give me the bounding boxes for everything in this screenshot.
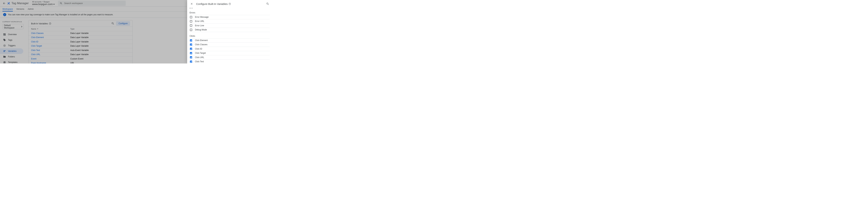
checkbox-label: Click Element [195, 39, 208, 42]
workspace-switcher[interactable]: www.bopgun.com [32, 3, 54, 6]
checkbox-label: Click ID [195, 48, 202, 50]
checkbox[interactable] [190, 52, 192, 54]
drawer-search-button[interactable] [266, 2, 270, 6]
close-icon [190, 2, 193, 5]
table-row[interactable]: Click TextAuto-Event Variable [29, 48, 132, 52]
checkbox-row[interactable]: Error Line [190, 24, 270, 28]
card-header: Built-In Variables Configure [29, 20, 132, 27]
folder-icon [3, 55, 6, 58]
checkbox-row[interactable]: Error Message [190, 15, 270, 19]
checkbox-row[interactable]: Click Text [190, 60, 270, 64]
dashboard-icon [3, 33, 6, 36]
checkbox-row[interactable]: Click URL [190, 55, 270, 60]
variable-type: Auto-Event Variable [70, 49, 130, 51]
sort-up-icon [37, 28, 38, 30]
variable-link[interactable]: Click Target [31, 45, 42, 47]
checkbox-label: Click Classes [195, 43, 208, 46]
checkbox-row[interactable]: Click Target [190, 51, 270, 55]
search-icon [60, 2, 62, 5]
configure-button[interactable]: Configure [116, 21, 130, 26]
svg-point-2 [9, 4, 10, 4]
table-row[interactable]: Page HostnameURL [29, 61, 132, 64]
variable-link[interactable]: Event [31, 58, 36, 60]
table-row[interactable]: Click TargetData Layer Variable [29, 44, 132, 48]
variable-type: Data Layer Variable [70, 53, 130, 56]
table-header: Name Type [29, 27, 132, 31]
table-row[interactable]: EventCustom Event [29, 56, 132, 61]
variable-link[interactable]: Page Hostname [31, 62, 46, 63]
arrow-left-icon [3, 2, 6, 5]
checkbox-row[interactable]: Click Element [190, 38, 270, 43]
sidebar-heading: CURRENT WORKSPACE [0, 21, 26, 23]
tab-versions[interactable]: Versions [16, 7, 24, 11]
nav-triggers[interactable]: Triggers [0, 43, 23, 48]
search-input[interactable] [64, 2, 124, 4]
checkbox[interactable] [190, 16, 192, 18]
help-icon[interactable] [49, 22, 51, 25]
drawer-header: Configure Built-In Variables [187, 0, 272, 8]
variable-link[interactable]: Click Element [31, 36, 44, 38]
checkbox[interactable] [190, 24, 192, 27]
variable-link[interactable]: Click ID [31, 41, 38, 43]
info-icon: i [3, 13, 6, 16]
table-row[interactable]: Click IDData Layer Variable [29, 40, 132, 44]
errors-list: Error MessageError URLError LineDebug Mo… [190, 15, 270, 32]
variable-link[interactable]: Click Classes [31, 32, 43, 34]
tab-admin[interactable]: Admin [28, 7, 34, 11]
nav-overview[interactable]: Overview [0, 32, 23, 37]
workspace-url: www.bopgun.com [32, 3, 53, 6]
checkbox-row[interactable]: Click ID [190, 47, 270, 51]
checkbox-label: Error URL [195, 20, 204, 22]
variable-type: Data Layer Variable [70, 41, 130, 43]
workspace-selector[interactable]: Default Workspace [2, 24, 24, 29]
chevron-down-icon [53, 3, 55, 5]
nav-label: Folders [8, 55, 15, 58]
workspace-selector-label: Default Workspace [4, 24, 21, 29]
table-row[interactable]: Click URLData Layer Variable [29, 52, 132, 57]
variable-type: URL [70, 62, 130, 63]
checkbox[interactable] [190, 8, 192, 9]
clicks-list: Click ElementClick ClassesClick IDClick … [190, 38, 270, 63]
variable-type: Custom Event [70, 58, 130, 60]
svg-rect-9 [5, 62, 5, 63]
back-button[interactable] [1, 1, 7, 6]
card-title: Built-In Variables [31, 22, 51, 25]
checkbox[interactable] [190, 56, 192, 58]
help-icon[interactable] [229, 3, 231, 5]
search-icon[interactable] [111, 22, 115, 25]
banner-message: You can now view your tag coverage to ma… [8, 14, 113, 16]
checkbox[interactable] [190, 60, 192, 63]
card-title-text: Built-In Variables [31, 22, 48, 25]
nav-tags[interactable]: Tags [0, 37, 23, 43]
checkbox[interactable] [190, 44, 192, 46]
checkbox-row[interactable]: Click Classes [190, 43, 270, 47]
table-row[interactable]: Click ElementData Layer Variable [29, 35, 132, 40]
checkbox[interactable] [190, 48, 192, 50]
checkbox[interactable] [190, 29, 192, 31]
column-type-header[interactable]: Type [70, 28, 130, 30]
variable-link[interactable]: Click URL [31, 53, 40, 56]
nav-templates[interactable]: Templates [0, 59, 23, 63]
table-row[interactable]: Click ClassesData Layer Variable [29, 31, 132, 35]
nav-variables[interactable]: Variables [0, 48, 23, 54]
nav-folders[interactable]: Folders [0, 54, 23, 59]
nav-label: Triggers [8, 44, 16, 47]
nav-label: Variables [8, 50, 17, 52]
variables-icon [3, 50, 6, 53]
close-button[interactable] [190, 2, 194, 6]
variable-type: Data Layer Variable [70, 36, 130, 38]
checkbox-row-truncated[interactable] [190, 8, 270, 9]
checkbox-row[interactable]: Debug Mode [190, 28, 270, 32]
nav-label: Templates [8, 61, 18, 63]
checkbox-label: Click URL [195, 56, 204, 59]
tag-manager-logo-icon [7, 2, 10, 5]
tag-icon [3, 38, 6, 42]
checkbox[interactable] [190, 39, 192, 42]
tab-workspace[interactable]: Workspace [2, 7, 13, 11]
column-name-header[interactable]: Name [31, 28, 70, 30]
variable-link[interactable]: Click Text [31, 49, 40, 51]
checkbox-row[interactable]: Error URL [190, 19, 270, 24]
search-box[interactable] [58, 1, 126, 6]
breadcrumb: All accounts Bopgun www.bopgun.com [32, 1, 54, 6]
checkbox[interactable] [190, 20, 192, 22]
